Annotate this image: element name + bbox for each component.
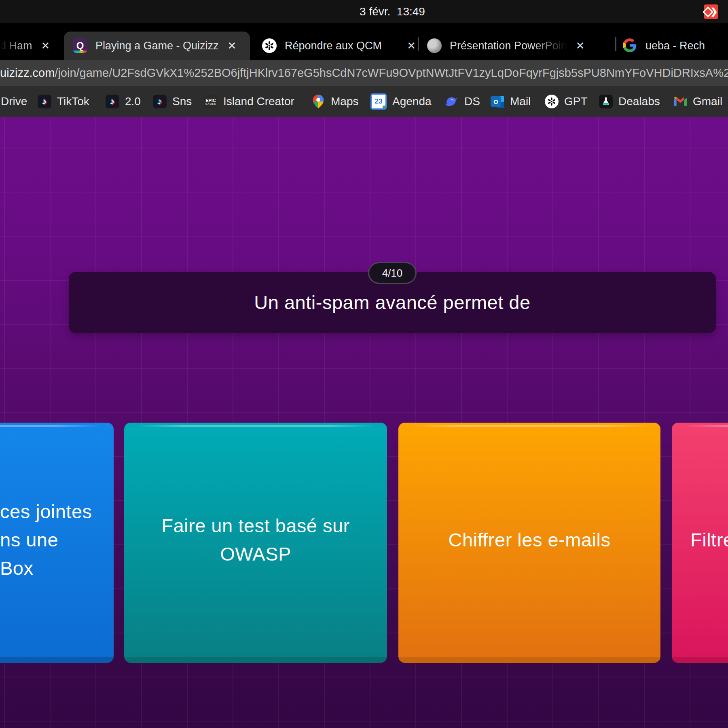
- tab-separator: [615, 37, 616, 51]
- anydesk-icon[interactable]: ❯: [704, 4, 718, 19]
- system-bar: 3 févr. 13:49 ❯: [0, 0, 728, 23]
- tab-quizizz-active[interactable]: Q Playing a Game - Quizizz ✕: [64, 32, 250, 60]
- bookmark-label: Dealabs: [618, 95, 660, 108]
- bookmark-label: Mail: [510, 95, 531, 108]
- bookmark-label: Drive: [1, 95, 27, 108]
- bookmark-drive[interactable]: Drive: [1, 86, 27, 117]
- answer-text: Chiffrer les e-mails: [449, 526, 611, 554]
- tab-close-icon[interactable]: ✕: [407, 40, 416, 52]
- url-host: uizizz.com: [0, 66, 55, 80]
- answer-card-blue[interactable]: ces jointes ns une Box: [0, 423, 114, 663]
- bookmark-label: GPT: [564, 95, 588, 108]
- epic-games-icon: EPIC GAMES: [204, 95, 218, 108]
- bookmark-maps[interactable]: Maps: [311, 86, 358, 117]
- powerpoint-icon: [427, 38, 442, 53]
- bookmark-label: TikTok: [57, 95, 89, 108]
- screen: 3 févr. 13:49 ❯ d Ham ✕ Q Playing a Game…: [0, 0, 728, 728]
- tab-chatgpt[interactable]: Répondre aux QCM ✕: [262, 32, 416, 60]
- answer-text: Faire un test basé sur OWASP: [161, 512, 350, 568]
- url-path: /join/game/U2FsdGVkX1%252BO6jftjHKlrv167…: [55, 66, 728, 80]
- bookmark-gmail[interactable]: Gmail: [673, 86, 722, 117]
- outlook-icon: o: [491, 95, 504, 108]
- bookmark-label: Sns: [172, 95, 192, 108]
- google-g-icon: [623, 38, 637, 52]
- bookmark-label: Island Creator: [223, 95, 294, 108]
- tab-strip: d Ham ✕ Q Playing a Game - Quizizz ✕: [0, 23, 728, 60]
- bookmark-deepseek[interactable]: DS: [445, 86, 480, 117]
- dealabs-icon: [599, 95, 613, 108]
- tab-separator: [418, 37, 419, 51]
- bookmark-label: DS: [464, 95, 480, 108]
- tab-partial-left[interactable]: d Ham ✕: [0, 32, 50, 60]
- tab-title: ueba - Rech: [645, 40, 705, 52]
- answer-card-pink[interactable]: Filtre: [672, 423, 728, 663]
- system-clock: 3 févr. 13:49: [28, 0, 728, 23]
- bookmark-agenda[interactable]: 23 Agenda: [370, 86, 432, 117]
- google-calendar-icon: 23: [370, 93, 387, 110]
- tab-google-search[interactable]: ueba - Rech: [623, 32, 705, 60]
- bookmark-mail[interactable]: o Mail: [491, 86, 531, 117]
- tiktok-icon: ♪: [106, 95, 119, 108]
- tab-title: Répondre aux QCM: [285, 40, 382, 52]
- bookmark-label: Maps: [331, 95, 358, 108]
- tiktok-icon: ♪: [153, 95, 167, 108]
- bookmark-gpt[interactable]: GPT: [545, 86, 588, 117]
- gmail-icon: [673, 95, 687, 108]
- bookmark-label: Agenda: [392, 95, 432, 108]
- tab-title: Playing a Game - Quizizz: [95, 40, 219, 52]
- tab-title: d Ham: [0, 40, 32, 52]
- question-text: Un anti-spam avancé permet de: [69, 272, 716, 333]
- tab-close-icon[interactable]: ✕: [228, 40, 237, 52]
- bookmark-tiktok[interactable]: ♪ TikTok: [38, 86, 89, 117]
- quiz-stage: 4/10 Un anti-spam avancé permet de ces j…: [0, 117, 728, 728]
- answer-text: Filtre: [690, 526, 728, 554]
- answer-card-orange[interactable]: Chiffrer les e-mails: [398, 423, 660, 663]
- tab-close-icon[interactable]: ✕: [576, 40, 585, 52]
- bookmark-tiktok-sns[interactable]: ♪ Sns: [153, 86, 192, 117]
- deepseek-icon: [445, 95, 459, 108]
- chatgpt-knot-icon: [264, 40, 275, 51]
- quizizz-favicon: Q: [73, 38, 87, 53]
- tab-powerpoint[interactable]: Présentation PowerPoin ✕: [427, 32, 584, 60]
- bookmark-tiktok-2[interactable]: ♪ 2.0: [106, 86, 141, 117]
- bookmark-label: Gmail: [693, 95, 722, 108]
- google-icon: [623, 38, 637, 53]
- chatgpt-icon: [262, 38, 277, 53]
- quizizz-q-letter: Q: [76, 40, 84, 51]
- tab-title: Présentation PowerPoin: [450, 40, 567, 52]
- question-panel: 4/10 Un anti-spam avancé permet de: [69, 272, 716, 333]
- url-bar[interactable]: uizizz.com/join/game/U2FsdGVkX1%252BO6jf…: [0, 60, 728, 86]
- answer-card-teal[interactable]: Faire un test basé sur OWASP: [124, 423, 387, 663]
- answer-text: ces jointes ns une Box: [0, 497, 92, 582]
- tab-close-icon[interactable]: ✕: [41, 40, 50, 52]
- bookmarks-bar: Drive ♪ TikTok ♪ 2.0 ♪ Sns EPIC GAMES Is…: [0, 86, 728, 117]
- bookmark-label: 2.0: [125, 95, 141, 108]
- quizizz-rainbow-bar: [73, 51, 87, 53]
- bookmark-dealabs[interactable]: Dealabs: [599, 86, 660, 117]
- chatgpt-icon: [545, 95, 559, 108]
- tiktok-icon: ♪: [38, 95, 51, 108]
- google-maps-icon: [311, 95, 325, 108]
- bookmark-island-creator[interactable]: EPIC GAMES Island Creator: [204, 86, 294, 117]
